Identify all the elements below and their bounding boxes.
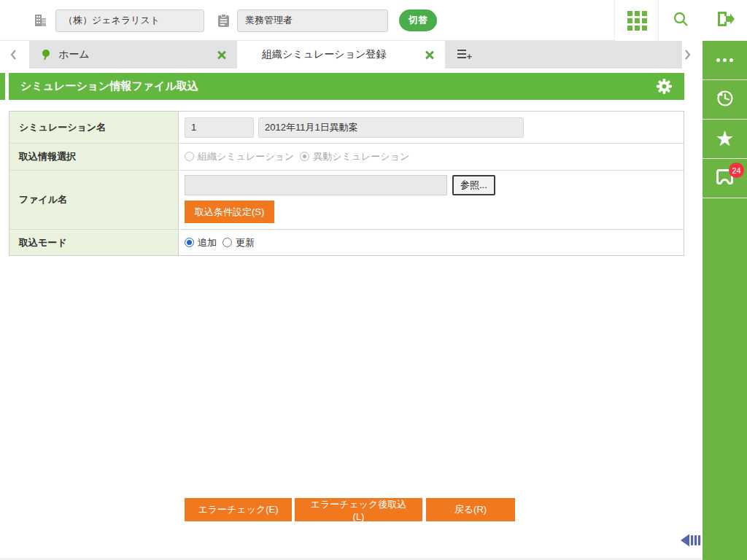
tab-home[interactable]: ホーム xyxy=(29,41,237,69)
simulation-name-row: シミュレーション名 xyxy=(9,112,684,144)
radio-off-icon[interactable] xyxy=(222,238,232,247)
file-name-label: ファイル名 xyxy=(9,171,179,229)
search-icon xyxy=(672,10,689,31)
radio-add-mode[interactable]: 追加 xyxy=(185,236,217,249)
building-icon xyxy=(34,13,48,28)
tab-scroll-right-button[interactable] xyxy=(676,41,698,69)
pin-icon xyxy=(42,50,50,61)
footer-actions: エラーチェック(E) エラーチェック後取込(L) 戻る(R) xyxy=(185,498,515,521)
tab-active-close-icon[interactable] xyxy=(425,50,435,60)
import-info-row: 取込情報選択 組織シミュレーション 異動シミュレーション xyxy=(9,144,684,171)
left-panel-edge xyxy=(0,73,5,100)
list-plus-icon: + xyxy=(457,49,472,61)
settings-button[interactable] xyxy=(656,78,673,95)
new-tab-button[interactable]: + xyxy=(445,41,682,69)
role-input[interactable] xyxy=(237,9,388,32)
simulation-name-field xyxy=(258,117,524,138)
import-form: シミュレーション名 取込情報選択 組織シミュレーション 異動シミュレーション フ… xyxy=(9,111,684,256)
radio-transfer-simulation: 異動シミュレーション xyxy=(300,150,409,163)
radio-on-icon[interactable] xyxy=(185,238,194,247)
simulation-code-field xyxy=(185,117,254,138)
company-input[interactable] xyxy=(55,9,204,32)
right-sidebar: ★ 24 xyxy=(703,41,747,560)
tab-scroll-left-button[interactable] xyxy=(3,41,25,69)
error-check-button[interactable]: エラーチェック(E) xyxy=(185,498,292,521)
tab-home-label: ホーム xyxy=(58,48,217,61)
file-path-field xyxy=(185,175,447,195)
radio-org-simulation: 組織シミュレーション xyxy=(185,150,294,163)
notification-badge: 24 xyxy=(729,163,744,178)
grid-icon xyxy=(627,11,647,31)
error-check-import-button[interactable]: エラーチェック後取込(L) xyxy=(295,498,422,521)
import-condition-button[interactable]: 取込条件設定(S) xyxy=(185,201,274,223)
radio-update-mode[interactable]: 更新 xyxy=(222,236,255,249)
sidebar-item-favorites[interactable]: ★ xyxy=(703,120,747,159)
apps-menu-button[interactable] xyxy=(614,0,659,41)
tab-bar: ホーム 組織シミュレーション登録 + xyxy=(0,41,703,69)
ellipsis-icon xyxy=(716,58,733,62)
tab-active[interactable]: 組織シミュレーション登録 xyxy=(237,41,445,69)
import-mode-label: 取込モード xyxy=(9,230,179,255)
collapse-arrow-icon xyxy=(681,533,701,548)
sidebar-item-notifications[interactable]: 24 xyxy=(703,159,747,198)
page-title: シミュレーション情報ファイル取込 xyxy=(20,79,198,93)
gear-icon xyxy=(656,78,673,95)
tab-active-label: 組織シミュレーション登録 xyxy=(262,48,425,61)
browse-button[interactable]: 参照... xyxy=(452,175,495,195)
logout-button[interactable] xyxy=(703,0,747,41)
import-mode-row: 取込モード 追加 更新 xyxy=(9,230,684,255)
sidebar-item-more[interactable] xyxy=(703,41,747,80)
radio-off-icon xyxy=(185,152,194,161)
file-name-row: ファイル名 参照... 取込条件設定(S) xyxy=(9,171,684,230)
simulation-name-label: シミュレーション名 xyxy=(9,112,179,143)
switch-button[interactable]: 切替 xyxy=(399,9,437,31)
history-icon xyxy=(715,88,735,112)
import-info-label: 取込情報選択 xyxy=(9,144,179,170)
radio-on-icon xyxy=(300,152,309,161)
logout-icon xyxy=(716,10,735,31)
star-icon: ★ xyxy=(716,128,735,149)
app-window: 切替 xyxy=(0,0,747,560)
page-title-bar: シミュレーション情報ファイル取込 xyxy=(9,73,684,100)
clipboard-icon xyxy=(217,14,230,28)
back-button[interactable]: 戻る(R) xyxy=(426,498,515,521)
tab-home-close-icon[interactable] xyxy=(217,50,227,60)
search-button[interactable] xyxy=(658,0,703,41)
sidebar-collapse-handle[interactable] xyxy=(681,533,701,548)
sidebar-item-history[interactable] xyxy=(703,80,747,120)
header-bar: 切替 xyxy=(0,0,747,41)
